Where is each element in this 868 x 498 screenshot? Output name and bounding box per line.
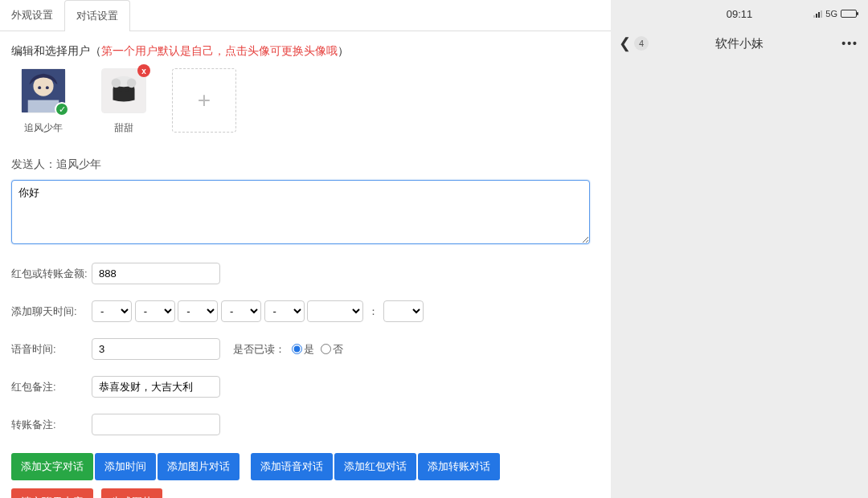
amount-label: 红包或转账金额:: [11, 267, 92, 281]
back-count-badge: 4: [634, 36, 649, 51]
svg-point-9: [127, 79, 137, 88]
add-voice-button[interactable]: 添加语音对话: [251, 453, 333, 480]
time-sel-1[interactable]: -: [92, 300, 132, 322]
chat-time-label: 添加聊天时间:: [11, 304, 92, 319]
add-user-button[interactable]: +: [172, 68, 236, 133]
voice-time-input[interactable]: [92, 338, 220, 360]
delete-icon[interactable]: x: [137, 64, 150, 77]
signal-icon: [813, 10, 822, 18]
user-card-0[interactable]: ✓ 追风少年: [11, 68, 76, 135]
chat-title: 软件小妹: [715, 36, 764, 51]
check-icon: ✓: [55, 102, 69, 116]
user-card-1[interactable]: x 甜甜: [92, 68, 156, 135]
read-no-option[interactable]: 否: [321, 342, 343, 357]
tab-dialog[interactable]: 对话设置: [64, 0, 130, 31]
svg-point-2: [38, 86, 41, 89]
chevron-left-icon: ❮: [619, 35, 631, 52]
time-sel-2[interactable]: -: [135, 300, 175, 322]
read-label: 是否已读：: [233, 342, 285, 357]
message-input[interactable]: 你好: [11, 180, 590, 244]
amount-input[interactable]: [92, 263, 220, 284]
status-time: 09:11: [727, 8, 753, 20]
svg-point-10: [120, 88, 122, 91]
user-name-0: 追风少年: [11, 121, 76, 135]
time-sel-3[interactable]: -: [178, 300, 218, 322]
edit-prefix: 编辑和选择用户（: [11, 44, 101, 57]
network-label: 5G: [825, 9, 837, 18]
svg-point-8: [112, 79, 121, 88]
add-text-button[interactable]: 添加文字对话: [11, 453, 93, 480]
add-transfer-button[interactable]: 添加转账对话: [418, 453, 500, 480]
transfer-note-label: 转账备注:: [11, 418, 92, 432]
read-no-radio[interactable]: [321, 344, 331, 354]
more-button[interactable]: •••: [841, 37, 858, 50]
svg-point-3: [46, 86, 49, 89]
read-yes-option[interactable]: 是: [292, 342, 314, 357]
transfer-note-input[interactable]: [92, 414, 220, 435]
read-yes-radio[interactable]: [292, 344, 302, 354]
battery-icon: [841, 10, 857, 18]
time-sel-6[interactable]: [307, 300, 363, 322]
sender-label: 发送人：追风少年: [11, 157, 600, 172]
red-note-input[interactable]: [92, 376, 220, 398]
avatar-1[interactable]: x: [101, 68, 146, 113]
generate-image-button[interactable]: 生成图片: [101, 488, 162, 498]
red-note-label: 红包备注:: [11, 380, 92, 394]
edit-suffix: ）: [338, 44, 349, 57]
time-colon: ：: [368, 304, 379, 319]
add-time-button[interactable]: 添加时间: [95, 453, 156, 480]
edit-hint: 第一个用户默认是自己，点击头像可更换头像哦: [101, 44, 338, 57]
svg-point-11: [125, 88, 128, 91]
add-image-button[interactable]: 添加图片对话: [158, 453, 240, 480]
time-sel-4[interactable]: -: [221, 300, 261, 322]
tab-appearance[interactable]: 外观设置: [0, 0, 64, 31]
edit-user-hint: 编辑和选择用户（第一个用户默认是自己，点击头像可更换头像哦）: [11, 44, 600, 59]
phone-preview: 09:11 5G ❮ 4 软件小妹 •••: [611, 0, 868, 498]
add-red-button[interactable]: 添加红包对话: [334, 453, 416, 480]
clear-chat-button[interactable]: 清空聊天内容: [11, 488, 93, 498]
avatar-0[interactable]: ✓: [21, 68, 66, 113]
user-name-1: 甜甜: [92, 121, 156, 135]
time-sel-5[interactable]: -: [264, 300, 305, 322]
time-sel-7[interactable]: [383, 300, 424, 322]
voice-time-label: 语音时间:: [11, 342, 92, 357]
back-button[interactable]: ❮ 4: [619, 35, 649, 52]
